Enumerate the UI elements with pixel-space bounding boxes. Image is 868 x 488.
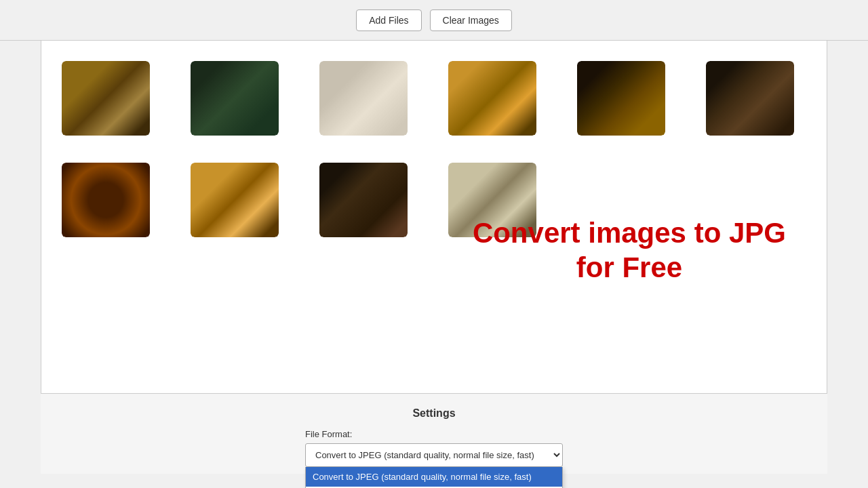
list-item	[577, 61, 665, 136]
list-item	[62, 61, 150, 136]
format-select-wrapper: Convert to JPEG (standard quality, norma…	[305, 443, 563, 467]
list-item	[319, 163, 408, 237]
file-format-group: File Format: Convert to JPEG (standard q…	[305, 429, 563, 467]
dropdown-option-standard[interactable]: Convert to JPEG (standard quality, norma…	[306, 467, 562, 487]
images-container: Convert images to JPG for Free	[41, 41, 827, 298]
clear-images-button[interactable]: Clear Images	[430, 9, 512, 31]
thumbnail	[706, 61, 794, 136]
list-item	[191, 163, 279, 237]
file-format-label: File Format:	[305, 429, 563, 439]
list-item	[319, 61, 408, 136]
settings-title: Settings	[412, 407, 455, 420]
promo-line-2: for Free	[473, 251, 786, 285]
list-item	[448, 61, 536, 136]
promo-line-1: Convert images to JPG	[473, 216, 786, 250]
thumbnail	[577, 61, 665, 136]
promo-text-area: Convert images to JPG for Free	[473, 216, 786, 285]
thumbnail	[319, 163, 408, 237]
format-select[interactable]: Convert to JPEG (standard quality, norma…	[305, 443, 563, 467]
thumbnail	[62, 61, 150, 136]
thumbnail	[319, 61, 408, 136]
thumbnail	[191, 163, 279, 237]
dropdown-options: Convert to JPEG (standard quality, norma…	[305, 467, 563, 488]
list-item	[62, 163, 150, 237]
add-files-button[interactable]: Add Files	[356, 9, 421, 31]
thumbnail	[191, 61, 279, 136]
main-area: Convert images to JPG for Free	[41, 41, 827, 393]
thumbnail	[62, 163, 150, 237]
list-item	[191, 61, 279, 136]
list-item	[706, 61, 794, 136]
toolbar: Add Files Clear Images	[0, 0, 868, 41]
thumbnail	[448, 61, 536, 136]
settings-section: Settings File Format: Convert to JPEG (s…	[41, 394, 827, 474]
image-row-1	[55, 54, 813, 142]
